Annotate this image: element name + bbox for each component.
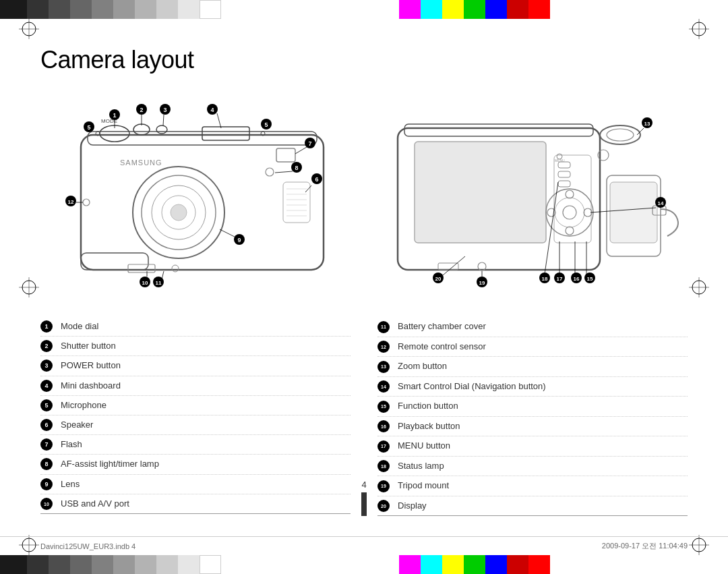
svg-rect-96 xyxy=(558,181,570,187)
label-text-16: Playback button xyxy=(398,420,688,432)
svg-point-33 xyxy=(171,204,187,221)
svg-point-45 xyxy=(172,265,179,272)
svg-point-88 xyxy=(555,198,584,227)
svg-line-70 xyxy=(275,171,293,173)
svg-line-54 xyxy=(163,115,164,125)
svg-point-42 xyxy=(266,168,274,176)
svg-text:13: 13 xyxy=(644,121,650,127)
svg-point-24 xyxy=(156,125,167,134)
svg-rect-41 xyxy=(276,148,295,162)
label-row: 11 Battery chamber cover xyxy=(377,317,688,337)
svg-text:10: 10 xyxy=(142,280,148,286)
label-text-15: Function button xyxy=(398,400,688,412)
svg-point-43 xyxy=(83,199,90,206)
label-text-12: Remote control sensor xyxy=(398,341,688,353)
label-number-17: 17 xyxy=(377,440,398,453)
page-number: 4 xyxy=(361,480,366,490)
label-number-12: 12 xyxy=(377,341,398,353)
page-title: Camera layout xyxy=(40,46,688,74)
label-text-2: Shutter button xyxy=(61,340,351,352)
svg-text:19: 19 xyxy=(479,280,485,286)
svg-line-79 xyxy=(162,271,164,279)
label-number-14: 14 xyxy=(377,380,398,393)
label-text-6: Speaker xyxy=(61,419,351,431)
label-number-15: 15 xyxy=(377,400,398,413)
label-number-2: 2 xyxy=(40,340,61,352)
label-row: 8 AF-assist light/timer lamp xyxy=(40,455,351,474)
svg-rect-20 xyxy=(81,253,148,270)
svg-text:6: 6 xyxy=(315,176,318,183)
label-row: 1 Mode dial xyxy=(40,317,351,337)
label-text-13: Zoom button xyxy=(398,360,688,372)
label-text-17: MENU button xyxy=(398,440,688,452)
page-footer: Davinci125UW_EUR3.indb 4 2009-09-17 오전 1… xyxy=(0,536,728,555)
label-row: 7 Flash xyxy=(40,435,351,455)
label-text-11: Battery chamber cover xyxy=(398,320,688,333)
label-text-4: Mini dashboard xyxy=(61,380,351,392)
svg-text:2: 2 xyxy=(140,107,143,113)
svg-text:5: 5 xyxy=(264,121,268,128)
label-text-8: AF-assist light/timer lamp xyxy=(61,458,351,470)
label-number-8: 8 xyxy=(40,458,61,470)
svg-line-124 xyxy=(545,182,558,274)
back-camera-diagram: MENU 13 14 15 16 17 xyxy=(377,94,688,304)
label-number-3: 3 xyxy=(40,360,61,372)
label-number-4: 4 xyxy=(40,380,61,392)
svg-text:12: 12 xyxy=(68,199,74,205)
label-text-7: Flash xyxy=(61,438,351,451)
label-number-16: 16 xyxy=(377,420,398,433)
svg-line-67 xyxy=(295,147,307,154)
svg-rect-44 xyxy=(128,264,155,272)
svg-point-97 xyxy=(600,125,640,144)
svg-rect-85 xyxy=(415,142,546,243)
label-number-11: 11 xyxy=(377,320,398,333)
front-camera-svg: MODE SAMSUNG xyxy=(40,94,351,297)
svg-text:9: 9 xyxy=(237,237,241,243)
svg-point-98 xyxy=(607,129,634,141)
svg-rect-95 xyxy=(558,171,570,177)
svg-line-130 xyxy=(443,256,465,275)
diagrams-row: MODE SAMSUNG xyxy=(40,94,688,304)
svg-text:17: 17 xyxy=(557,276,563,282)
svg-text:16: 16 xyxy=(574,276,580,282)
svg-rect-84 xyxy=(404,124,593,136)
svg-rect-101 xyxy=(610,182,657,243)
label-row: 13 Zoom button xyxy=(377,357,688,377)
label-row: 15 Function button xyxy=(377,397,688,417)
front-camera-diagram: MODE SAMSUNG xyxy=(40,94,351,304)
svg-point-89 xyxy=(566,190,574,198)
footer-right: 2009-09-17 오전 11:04:49 xyxy=(602,541,688,551)
label-row: 17 MENU button xyxy=(377,436,688,457)
label-row: 18 Status lamp xyxy=(377,457,688,477)
label-number-18: 18 xyxy=(377,460,398,473)
svg-text:3: 3 xyxy=(163,107,166,113)
svg-rect-34 xyxy=(283,182,310,223)
page-number-area: 4 xyxy=(0,480,728,516)
svg-line-57 xyxy=(217,113,221,128)
label-text-3: POWER button xyxy=(61,360,351,372)
svg-text:MENU: MENU xyxy=(555,159,565,163)
page-content: Camera layout MODE xyxy=(0,19,728,555)
label-text-18: Status lamp xyxy=(398,460,688,472)
label-number-13: 13 xyxy=(377,360,398,373)
label-row: 16 Playback button xyxy=(377,417,688,437)
label-text-1: Mode dial xyxy=(61,320,351,333)
svg-point-93 xyxy=(563,206,576,219)
svg-text:8: 8 xyxy=(295,165,298,171)
svg-rect-25 xyxy=(202,127,249,140)
label-text-5: Microphone xyxy=(61,399,351,411)
svg-text:14: 14 xyxy=(658,200,664,206)
svg-text:SAMSUNG: SAMSUNG xyxy=(120,159,162,167)
footer-left: Davinci125UW_EUR3.indb 4 xyxy=(40,542,135,550)
label-row: 14 Smart Control Dial (Navigation button… xyxy=(377,377,688,397)
svg-point-90 xyxy=(566,227,574,235)
svg-line-73 xyxy=(220,229,236,237)
svg-text:11: 11 xyxy=(156,280,162,286)
label-row: 6 Speaker xyxy=(40,415,351,435)
top-color-bar xyxy=(0,0,728,19)
label-row: 2 Shutter button xyxy=(40,337,351,356)
svg-rect-18 xyxy=(81,135,324,270)
svg-point-23 xyxy=(133,124,150,135)
svg-text:1: 1 xyxy=(113,112,116,119)
svg-text:15: 15 xyxy=(587,276,593,282)
